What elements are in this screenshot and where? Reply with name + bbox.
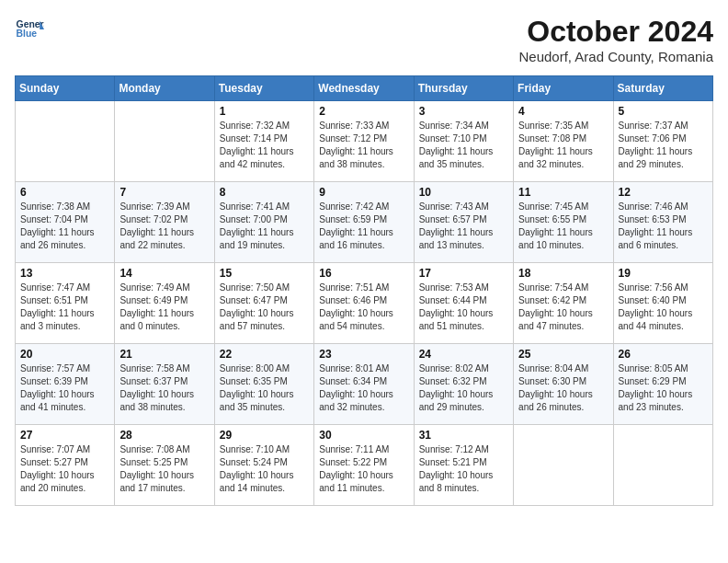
calendar-cell: 19Sunrise: 7:56 AM Sunset: 6:40 PM Dayli… [613, 263, 712, 344]
day-info: Sunrise: 8:00 AM Sunset: 6:35 PM Dayligh… [220, 362, 309, 414]
calendar-cell: 8Sunrise: 7:41 AM Sunset: 7:00 PM Daylig… [214, 182, 313, 263]
day-number: 31 [419, 429, 508, 442]
day-number: 27 [20, 429, 109, 442]
day-info: Sunrise: 7:11 AM Sunset: 5:22 PM Dayligh… [319, 443, 408, 495]
day-number: 7 [119, 186, 209, 199]
calendar-cell: 3Sunrise: 7:34 AM Sunset: 7:10 PM Daylig… [414, 101, 513, 182]
calendar-cell: 28Sunrise: 7:08 AM Sunset: 5:25 PM Dayli… [115, 425, 214, 506]
calendar-cell: 26Sunrise: 8:05 AM Sunset: 6:29 PM Dayli… [613, 344, 712, 425]
calendar-cell: 9Sunrise: 7:42 AM Sunset: 6:59 PM Daylig… [314, 182, 414, 263]
day-info: Sunrise: 7:07 AM Sunset: 5:27 PM Dayligh… [20, 443, 109, 495]
day-info: Sunrise: 7:46 AM Sunset: 6:53 PM Dayligh… [619, 201, 708, 252]
day-number: 9 [319, 186, 408, 199]
day-number: 1 [220, 105, 309, 118]
calendar-cell [613, 425, 712, 506]
weekday-header-saturday: Saturday [613, 76, 712, 101]
calendar-cell: 6Sunrise: 7:38 AM Sunset: 7:04 PM Daylig… [16, 182, 115, 263]
week-row-5: 27Sunrise: 7:07 AM Sunset: 5:27 PM Dayli… [16, 425, 713, 506]
calendar-cell: 11Sunrise: 7:45 AM Sunset: 6:55 PM Dayli… [514, 182, 613, 263]
day-info: Sunrise: 8:04 AM Sunset: 6:30 PM Dayligh… [518, 362, 608, 414]
day-info: Sunrise: 7:50 AM Sunset: 6:47 PM Dayligh… [220, 282, 309, 333]
day-number: 28 [119, 429, 209, 442]
calendar-cell: 17Sunrise: 7:53 AM Sunset: 6:44 PM Dayli… [414, 263, 513, 344]
weekday-header-tuesday: Tuesday [214, 76, 313, 101]
weekday-header-thursday: Thursday [414, 76, 513, 101]
calendar-cell: 30Sunrise: 7:11 AM Sunset: 5:22 PM Dayli… [314, 425, 414, 506]
day-number: 12 [619, 186, 708, 199]
day-info: Sunrise: 7:32 AM Sunset: 7:14 PM Dayligh… [220, 120, 309, 171]
logo: General Blue [15, 15, 44, 44]
week-row-4: 20Sunrise: 7:57 AM Sunset: 6:39 PM Dayli… [16, 344, 713, 425]
month-title: October 2024 [518, 15, 713, 49]
calendar-cell: 14Sunrise: 7:49 AM Sunset: 6:49 PM Dayli… [115, 263, 214, 344]
day-number: 19 [619, 267, 708, 280]
location-title: Neudorf, Arad County, Romania [518, 49, 713, 64]
day-info: Sunrise: 8:01 AM Sunset: 6:34 PM Dayligh… [319, 362, 408, 414]
day-info: Sunrise: 7:42 AM Sunset: 6:59 PM Dayligh… [319, 201, 408, 252]
day-number: 10 [419, 186, 508, 199]
day-info: Sunrise: 7:47 AM Sunset: 6:51 PM Dayligh… [20, 282, 109, 333]
day-info: Sunrise: 7:35 AM Sunset: 7:08 PM Dayligh… [518, 120, 608, 171]
week-row-2: 6Sunrise: 7:38 AM Sunset: 7:04 PM Daylig… [16, 182, 713, 263]
calendar-cell: 25Sunrise: 8:04 AM Sunset: 6:30 PM Dayli… [514, 344, 613, 425]
day-info: Sunrise: 7:37 AM Sunset: 7:06 PM Dayligh… [619, 120, 708, 171]
calendar-cell: 18Sunrise: 7:54 AM Sunset: 6:42 PM Dayli… [514, 263, 613, 344]
calendar-header: SundayMondayTuesdayWednesdayThursdayFrid… [16, 76, 713, 101]
calendar-cell [115, 101, 214, 182]
weekday-header-monday: Monday [115, 76, 214, 101]
calendar-cell: 12Sunrise: 7:46 AM Sunset: 6:53 PM Dayli… [613, 182, 712, 263]
calendar-cell: 2Sunrise: 7:33 AM Sunset: 7:12 PM Daylig… [314, 101, 414, 182]
calendar-cell: 1Sunrise: 7:32 AM Sunset: 7:14 PM Daylig… [214, 101, 313, 182]
day-info: Sunrise: 8:02 AM Sunset: 6:32 PM Dayligh… [419, 362, 508, 414]
calendar-cell: 21Sunrise: 7:58 AM Sunset: 6:37 PM Dayli… [115, 344, 214, 425]
day-info: Sunrise: 7:10 AM Sunset: 5:24 PM Dayligh… [220, 443, 309, 495]
day-number: 16 [319, 267, 408, 280]
day-info: Sunrise: 7:45 AM Sunset: 6:55 PM Dayligh… [518, 201, 608, 252]
day-info: Sunrise: 7:58 AM Sunset: 6:37 PM Dayligh… [119, 362, 209, 414]
calendar-cell: 15Sunrise: 7:50 AM Sunset: 6:47 PM Dayli… [214, 263, 313, 344]
day-number: 11 [518, 186, 608, 199]
calendar-cell [514, 425, 613, 506]
calendar-cell: 7Sunrise: 7:39 AM Sunset: 7:02 PM Daylig… [115, 182, 214, 263]
week-row-1: 1Sunrise: 7:32 AM Sunset: 7:14 PM Daylig… [16, 101, 713, 182]
day-number: 14 [119, 267, 209, 280]
day-info: Sunrise: 8:05 AM Sunset: 6:29 PM Dayligh… [619, 362, 708, 414]
calendar-cell: 20Sunrise: 7:57 AM Sunset: 6:39 PM Dayli… [16, 344, 115, 425]
calendar-cell: 23Sunrise: 8:01 AM Sunset: 6:34 PM Dayli… [314, 344, 414, 425]
day-info: Sunrise: 7:53 AM Sunset: 6:44 PM Dayligh… [419, 282, 508, 333]
day-number: 24 [419, 348, 508, 361]
weekday-header-sunday: Sunday [16, 76, 115, 101]
day-number: 5 [619, 105, 708, 118]
calendar-cell: 22Sunrise: 8:00 AM Sunset: 6:35 PM Dayli… [214, 344, 313, 425]
day-info: Sunrise: 7:12 AM Sunset: 5:21 PM Dayligh… [419, 443, 508, 495]
day-number: 6 [20, 186, 109, 199]
day-info: Sunrise: 7:34 AM Sunset: 7:10 PM Dayligh… [419, 120, 508, 171]
weekday-header-friday: Friday [514, 76, 613, 101]
weekday-header-wednesday: Wednesday [314, 76, 414, 101]
day-info: Sunrise: 7:54 AM Sunset: 6:42 PM Dayligh… [518, 282, 608, 333]
day-info: Sunrise: 7:08 AM Sunset: 5:25 PM Dayligh… [119, 443, 209, 495]
day-number: 4 [518, 105, 608, 118]
day-number: 25 [518, 348, 608, 361]
day-info: Sunrise: 7:41 AM Sunset: 7:00 PM Dayligh… [220, 201, 309, 252]
calendar-cell [16, 101, 115, 182]
day-info: Sunrise: 7:43 AM Sunset: 6:57 PM Dayligh… [419, 201, 508, 252]
day-number: 29 [220, 429, 309, 442]
day-number: 15 [220, 267, 309, 280]
week-row-3: 13Sunrise: 7:47 AM Sunset: 6:51 PM Dayli… [16, 263, 713, 344]
calendar-table: SundayMondayTuesdayWednesdayThursdayFrid… [15, 75, 713, 506]
header: General Blue October 2024 Neudorf, Arad … [15, 15, 713, 64]
day-info: Sunrise: 7:38 AM Sunset: 7:04 PM Dayligh… [20, 201, 109, 252]
day-number: 26 [619, 348, 708, 361]
calendar-cell: 4Sunrise: 7:35 AM Sunset: 7:08 PM Daylig… [514, 101, 613, 182]
day-number: 21 [119, 348, 209, 361]
day-info: Sunrise: 7:57 AM Sunset: 6:39 PM Dayligh… [20, 362, 109, 414]
calendar-cell: 5Sunrise: 7:37 AM Sunset: 7:06 PM Daylig… [613, 101, 712, 182]
day-info: Sunrise: 7:49 AM Sunset: 6:49 PM Dayligh… [119, 282, 209, 333]
day-info: Sunrise: 7:56 AM Sunset: 6:40 PM Dayligh… [619, 282, 708, 333]
calendar-cell: 31Sunrise: 7:12 AM Sunset: 5:21 PM Dayli… [414, 425, 513, 506]
calendar-cell: 24Sunrise: 8:02 AM Sunset: 6:32 PM Dayli… [414, 344, 513, 425]
calendar-cell: 16Sunrise: 7:51 AM Sunset: 6:46 PM Dayli… [314, 263, 414, 344]
day-number: 3 [419, 105, 508, 118]
calendar-cell: 13Sunrise: 7:47 AM Sunset: 6:51 PM Dayli… [16, 263, 115, 344]
